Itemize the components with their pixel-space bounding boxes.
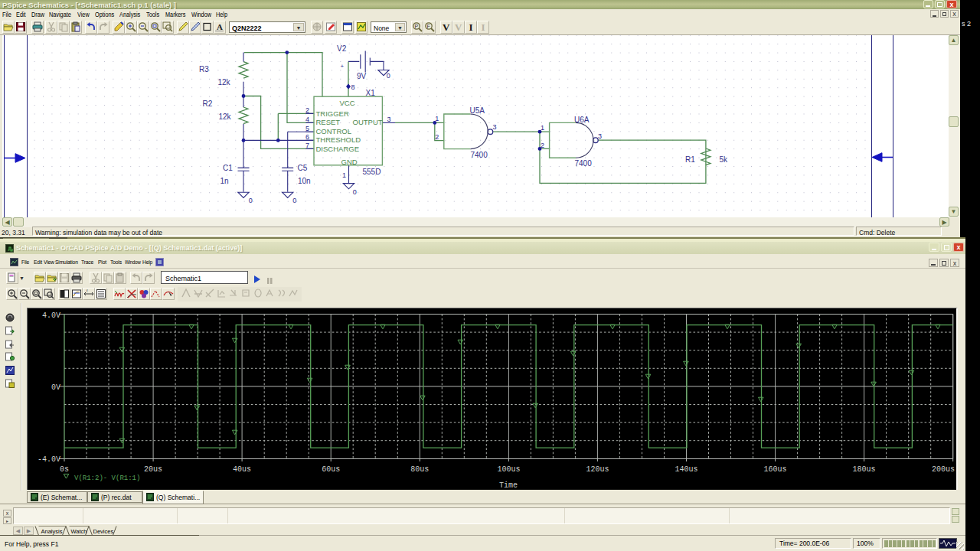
svg-text:RESET: RESET — [316, 118, 341, 126]
svg-text:120us: 120us — [586, 465, 609, 474]
svg-text:f: f — [87, 289, 88, 293]
svg-text:P: P — [415, 24, 419, 29]
svg-text:8: 8 — [351, 83, 355, 91]
svg-text:1: 1 — [342, 171, 346, 179]
svg-text:U5A: U5A — [470, 106, 485, 115]
svg-text:VCC: VCC — [340, 99, 355, 107]
svg-text:140us: 140us — [675, 465, 697, 474]
svg-text:C1: C1 — [223, 164, 233, 172]
svg-text:Devices: Devices — [93, 528, 114, 535]
svg-text:7: 7 — [305, 142, 309, 149]
svg-text:1: 1 — [435, 115, 439, 122]
svg-text:Analysis: Analysis — [41, 528, 63, 535]
svg-text:U6A: U6A — [574, 116, 590, 124]
svg-text:0s: 0s — [60, 465, 69, 474]
svg-text:60us: 60us — [322, 465, 340, 474]
svg-text:4: 4 — [305, 116, 309, 123]
svg-text:I: I — [469, 21, 473, 32]
svg-text:OUTPUT: OUTPUT — [353, 118, 383, 126]
svg-text:3: 3 — [493, 123, 497, 131]
svg-text:X1: X1 — [366, 89, 376, 97]
svg-text:+: + — [341, 63, 345, 70]
svg-text:40us: 40us — [233, 465, 251, 474]
svg-text:0V: 0V — [51, 383, 60, 392]
svg-text:9V: 9V — [357, 72, 367, 80]
svg-text:TRIGGER: TRIGGER — [316, 109, 349, 118]
svg-text:Time: Time — [499, 481, 518, 490]
svg-text:5: 5 — [305, 125, 309, 132]
svg-text:GND: GND — [341, 158, 358, 166]
svg-text:12k: 12k — [218, 78, 231, 86]
svg-text:V2: V2 — [337, 44, 347, 53]
svg-text:4.0V: 4.0V — [42, 311, 60, 320]
svg-text:3: 3 — [387, 116, 391, 123]
svg-text:2: 2 — [305, 106, 309, 114]
svg-text:CONTROL: CONTROL — [316, 127, 351, 135]
svg-text:THRESHOLD: THRESHOLD — [316, 135, 361, 144]
svg-text:F: F — [427, 24, 430, 29]
svg-text:DISCHARGE: DISCHARGE — [316, 145, 359, 153]
svg-text:I: I — [482, 21, 485, 32]
svg-text:0: 0 — [353, 188, 357, 196]
svg-text:Watch: Watch — [71, 528, 87, 535]
svg-text:555D: 555D — [363, 168, 381, 176]
svg-text:200us: 200us — [932, 465, 955, 474]
svg-text:12k: 12k — [219, 112, 232, 121]
svg-text:A: A — [217, 22, 223, 31]
svg-text:0: 0 — [292, 197, 296, 204]
svg-text:R3: R3 — [199, 65, 209, 73]
svg-text:1n: 1n — [220, 177, 229, 185]
svg-text:10n: 10n — [298, 177, 311, 185]
svg-text:C5: C5 — [298, 164, 308, 172]
svg-text:V(R1:2)- V(R1:1): V(R1:2)- V(R1:1) — [74, 474, 140, 482]
svg-text:2: 2 — [541, 142, 544, 149]
svg-text:6: 6 — [305, 133, 309, 141]
svg-text:R2: R2 — [203, 99, 213, 108]
svg-text:80us: 80us — [410, 465, 429, 474]
svg-text:7400: 7400 — [575, 159, 593, 168]
svg-text:V: V — [455, 21, 462, 32]
svg-text:3: 3 — [598, 132, 602, 140]
svg-text:180us: 180us — [853, 465, 876, 474]
svg-text:V: V — [443, 21, 450, 32]
svg-text:1: 1 — [541, 124, 544, 132]
svg-text:-4.0V: -4.0V — [38, 455, 60, 464]
svg-text:100us: 100us — [497, 465, 520, 474]
svg-text:R1: R1 — [685, 155, 695, 164]
svg-text:160us: 160us — [764, 465, 787, 474]
svg-text:5k: 5k — [720, 155, 729, 164]
svg-text:20us: 20us — [144, 465, 162, 474]
svg-text:2: 2 — [435, 133, 439, 141]
svg-text:0: 0 — [249, 197, 253, 204]
svg-text:0: 0 — [387, 72, 390, 80]
svg-text:7400: 7400 — [471, 151, 488, 159]
